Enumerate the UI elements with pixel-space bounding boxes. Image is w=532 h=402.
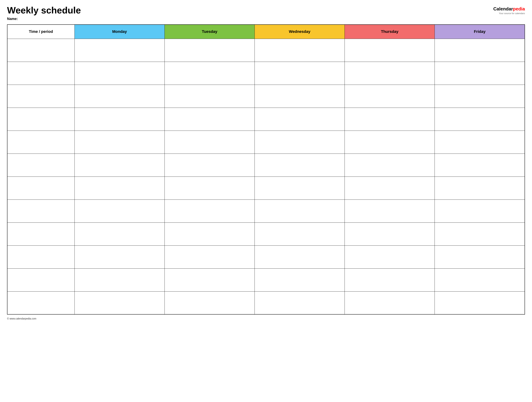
table-row <box>7 268 525 291</box>
table-cell[interactable] <box>254 200 345 222</box>
table-cell[interactable] <box>435 222 525 246</box>
table-cell[interactable] <box>345 291 435 314</box>
table-cell[interactable] <box>75 200 165 222</box>
table-cell[interactable] <box>75 39 165 62</box>
table-cell[interactable] <box>435 108 525 130</box>
table-cell[interactable] <box>165 291 254 314</box>
page-header: Weekly schedule Name: Calendarpedia Your… <box>7 5 525 21</box>
table-cell[interactable] <box>7 222 75 246</box>
table-cell[interactable] <box>435 39 525 62</box>
table-cell[interactable] <box>7 39 75 62</box>
table-cell[interactable] <box>345 62 435 85</box>
table-cell[interactable] <box>254 176 345 200</box>
table-row <box>7 222 525 246</box>
table-row <box>7 154 525 176</box>
table-cell[interactable] <box>345 154 435 176</box>
col-header-monday: Monday <box>75 25 165 39</box>
table-cell[interactable] <box>7 176 75 200</box>
table-cell[interactable] <box>254 39 345 62</box>
col-header-time: Time / period <box>7 25 75 39</box>
table-cell[interactable] <box>7 268 75 291</box>
table-cell[interactable] <box>165 200 254 222</box>
table-cell[interactable] <box>165 154 254 176</box>
table-cell[interactable] <box>254 108 345 130</box>
table-cell[interactable] <box>435 268 525 291</box>
logo-section: Calendarpedia Your source for calendars <box>493 6 525 15</box>
table-row <box>7 200 525 222</box>
table-row <box>7 246 525 268</box>
table-cell[interactable] <box>345 108 435 130</box>
table-row <box>7 62 525 85</box>
table-cell[interactable] <box>254 222 345 246</box>
col-header-thursday: Thursday <box>345 25 435 39</box>
col-header-friday: Friday <box>435 25 525 39</box>
table-cell[interactable] <box>75 246 165 268</box>
table-cell[interactable] <box>75 154 165 176</box>
table-cell[interactable] <box>7 291 75 314</box>
table-cell[interactable] <box>7 154 75 176</box>
table-row <box>7 108 525 130</box>
table-cell[interactable] <box>7 130 75 154</box>
table-cell[interactable] <box>75 222 165 246</box>
table-cell[interactable] <box>75 108 165 130</box>
table-cell[interactable] <box>165 268 254 291</box>
table-cell[interactable] <box>345 130 435 154</box>
table-cell[interactable] <box>7 200 75 222</box>
schedule-table: Time / period Monday Tuesday Wednesday T… <box>7 24 525 315</box>
table-row <box>7 39 525 62</box>
table-cell[interactable] <box>435 176 525 200</box>
table-cell[interactable] <box>7 246 75 268</box>
table-cell[interactable] <box>165 130 254 154</box>
name-label: Name: <box>7 17 81 21</box>
table-cell[interactable] <box>345 246 435 268</box>
table-cell[interactable] <box>7 85 75 108</box>
table-cell[interactable] <box>435 200 525 222</box>
table-cell[interactable] <box>345 176 435 200</box>
table-cell[interactable] <box>345 222 435 246</box>
logo-calendar: Calendar <box>493 6 513 12</box>
table-cell[interactable] <box>345 39 435 62</box>
title-section: Weekly schedule Name: <box>7 5 81 21</box>
copyright-text: © www.calendarpedia.com <box>7 317 36 320</box>
table-cell[interactable] <box>75 176 165 200</box>
table-cell[interactable] <box>254 85 345 108</box>
table-cell[interactable] <box>254 130 345 154</box>
table-cell[interactable] <box>7 108 75 130</box>
table-cell[interactable] <box>7 62 75 85</box>
table-cell[interactable] <box>345 268 435 291</box>
table-row <box>7 130 525 154</box>
col-header-wednesday: Wednesday <box>254 25 345 39</box>
table-cell[interactable] <box>345 200 435 222</box>
table-cell[interactable] <box>435 130 525 154</box>
table-cell[interactable] <box>435 246 525 268</box>
table-cell[interactable] <box>75 291 165 314</box>
logo-pedia: pedia <box>513 6 525 12</box>
table-cell[interactable] <box>435 85 525 108</box>
table-cell[interactable] <box>165 246 254 268</box>
table-body <box>7 39 525 314</box>
table-cell[interactable] <box>165 62 254 85</box>
table-cell[interactable] <box>435 62 525 85</box>
table-cell[interactable] <box>165 222 254 246</box>
table-cell[interactable] <box>254 291 345 314</box>
table-cell[interactable] <box>254 62 345 85</box>
col-header-tuesday: Tuesday <box>165 25 254 39</box>
footer: © www.calendarpedia.com <box>7 317 525 320</box>
table-cell[interactable] <box>254 246 345 268</box>
table-cell[interactable] <box>254 268 345 291</box>
table-cell[interactable] <box>165 39 254 62</box>
table-cell[interactable] <box>254 154 345 176</box>
table-row <box>7 85 525 108</box>
table-cell[interactable] <box>165 108 254 130</box>
table-cell[interactable] <box>75 130 165 154</box>
table-cell[interactable] <box>165 85 254 108</box>
table-header-row: Time / period Monday Tuesday Wednesday T… <box>7 25 525 39</box>
table-cell[interactable] <box>435 291 525 314</box>
table-cell[interactable] <box>435 154 525 176</box>
table-row <box>7 291 525 314</box>
table-cell[interactable] <box>345 85 435 108</box>
table-cell[interactable] <box>75 85 165 108</box>
table-cell[interactable] <box>165 176 254 200</box>
table-cell[interactable] <box>75 62 165 85</box>
table-cell[interactable] <box>75 268 165 291</box>
